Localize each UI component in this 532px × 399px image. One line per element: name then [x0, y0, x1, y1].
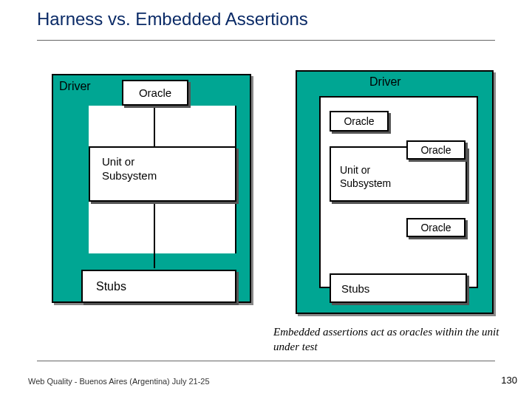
left-unit-connector [154, 202, 155, 268]
right-driver-label: Driver [369, 75, 401, 89]
slide-number: 130 [501, 375, 517, 386]
left-oracle-connector [154, 106, 155, 146]
right-stubs-box: Stubs [330, 273, 467, 303]
right-oracle-top-box: Oracle [330, 111, 389, 132]
title-rule [37, 40, 495, 41]
left-stubs-box: Stubs [81, 270, 236, 303]
slide-title: Harness vs. Embedded Assertions [37, 9, 308, 30]
caption-text: Embedded assertions act as oracles withi… [273, 325, 510, 354]
left-unit-box: Unit orSubsystem [89, 146, 236, 202]
left-oracle-box: Oracle [122, 80, 188, 106]
diagram-area: Driver Oracle Unit orSubsystem Stubs Dri… [37, 66, 495, 332]
bottom-rule [37, 361, 495, 361]
left-bridge-top [89, 106, 236, 146]
left-bridge-bot [89, 202, 236, 253]
right-oracle-inner-box: Oracle [406, 140, 466, 160]
footer-left: Web Quality - Buenos Aires (Argentina) J… [28, 377, 210, 386]
left-driver-label: Driver [59, 80, 91, 93]
right-oracle-bottom-box: Oracle [406, 218, 466, 237]
